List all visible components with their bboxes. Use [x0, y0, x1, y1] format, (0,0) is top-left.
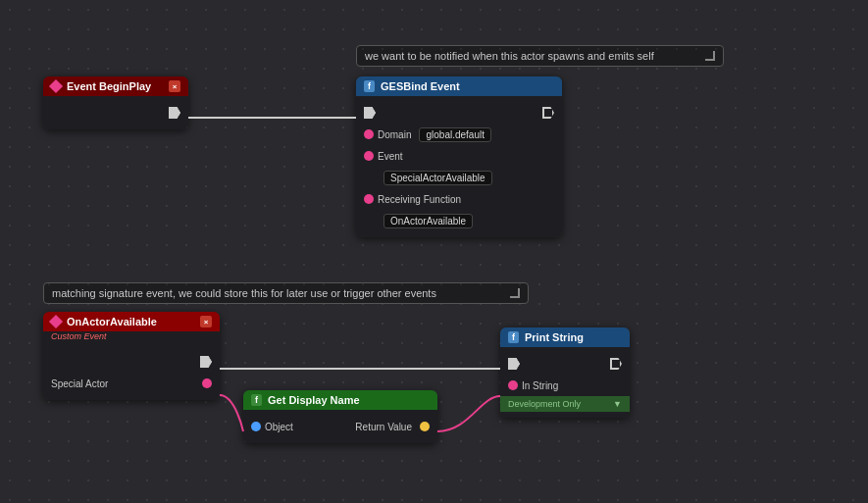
node-ges-bind[interactable]: f GESBind Event Domain global.default Ev… [356, 76, 562, 237]
get-display-object-pin[interactable] [251, 422, 261, 431]
on-actor-exec-out[interactable] [200, 356, 212, 368]
print-string-header: f Print String [500, 327, 630, 347]
on-actor-special-pin[interactable] [202, 378, 212, 388]
print-dev-only: Development Only ▼ [500, 396, 630, 412]
on-actor-body: Special Actor [43, 345, 220, 400]
get-display-output-label: Return Value [355, 422, 412, 432]
ges-bind-event-pin[interactable] [364, 151, 374, 161]
on-actor-event-icon [49, 315, 63, 328]
comment-text-2: matching signature event, we could store… [52, 287, 436, 299]
ges-bind-domain-row: Domain global.default [356, 124, 562, 145]
begin-play-close[interactable]: × [169, 80, 180, 92]
node-on-actor[interactable]: OnActorAvailable × Custom Event Special … [43, 312, 220, 400]
get-display-f-icon: f [251, 394, 262, 406]
print-exec-out[interactable] [610, 358, 622, 370]
get-display-input-label: Object [265, 422, 293, 432]
ges-bind-event-value[interactable]: SpecialActorAvailable [383, 171, 492, 185]
ges-bind-domain-pin[interactable] [364, 129, 374, 139]
ges-bind-domain-label: Domain [378, 129, 411, 140]
ges-bind-event-row: Event [356, 145, 562, 167]
on-actor-header: OnActorAvailable × [43, 312, 220, 331]
resize-handle-1[interactable] [705, 51, 715, 61]
comment-node-1: we want to be notified when this actor s… [356, 45, 724, 67]
dev-only-arrow: ▼ [613, 399, 622, 409]
on-actor-exec-row [43, 351, 220, 373]
ges-bind-exec-in[interactable] [364, 107, 376, 119]
ges-bind-recv-value-row: OnActorAvailable [356, 210, 562, 231]
node-begin-play[interactable]: Event BeginPlay × [43, 76, 188, 129]
print-instring-label: In String [522, 380, 558, 391]
ges-bind-recv-label: Receiving Function [378, 194, 461, 205]
node-get-display[interactable]: f Get Display Name Object Return Value [243, 390, 437, 443]
ges-bind-body: Domain global.default Event SpecialActor… [356, 96, 562, 237]
on-actor-pin-label: Special Actor [51, 378, 108, 389]
comment-text-1: we want to be notified when this actor s… [365, 50, 654, 62]
begin-play-body [43, 96, 188, 129]
ges-bind-exec-row [356, 102, 562, 124]
print-instring-row: In String [500, 375, 630, 396]
get-display-body: Object Return Value [243, 410, 437, 443]
ges-bind-recv-value[interactable]: OnActorAvailable [383, 214, 473, 228]
print-instring-pin[interactable] [508, 380, 518, 390]
print-string-f-icon: f [508, 331, 519, 343]
ges-bind-domain-value[interactable]: global.default [419, 127, 491, 142]
on-actor-title: OnActorAvailable [67, 316, 157, 327]
resize-handle-2[interactable] [510, 288, 520, 298]
ges-bind-f-icon: f [364, 80, 375, 92]
event-icon [49, 79, 63, 93]
ges-bind-event-label: Event [378, 151, 403, 162]
get-display-title: Get Display Name [268, 394, 360, 406]
ges-bind-recv-row: Receiving Function [356, 188, 562, 210]
print-exec-row [500, 353, 630, 375]
on-actor-close[interactable]: × [200, 316, 212, 327]
print-string-body: In String Development Only ▼ [500, 347, 630, 418]
get-display-pins-row: Object Return Value [243, 416, 437, 437]
node-print-string[interactable]: f Print String In String Development Onl… [500, 327, 630, 418]
get-display-return-pin[interactable] [420, 422, 430, 431]
get-display-header: f Get Display Name [243, 390, 437, 410]
print-exec-in[interactable] [508, 358, 520, 370]
ges-bind-event-value-row: SpecialActorAvailable [356, 167, 562, 188]
begin-play-title: Event BeginPlay [67, 80, 151, 92]
ges-bind-exec-out[interactable] [542, 107, 554, 119]
on-actor-pin-row: Special Actor [43, 373, 220, 394]
begin-play-header: Event BeginPlay × [43, 76, 188, 96]
dev-only-label: Development Only [508, 399, 581, 409]
ges-bind-title: GESBind Event [381, 80, 460, 92]
ges-bind-recv-pin[interactable] [364, 194, 374, 204]
on-actor-subtitle: Custom Event [43, 331, 220, 345]
ges-bind-header: f GESBind Event [356, 76, 562, 96]
print-string-title: Print String [525, 331, 584, 343]
begin-play-exec-out[interactable] [169, 107, 180, 119]
begin-play-exec-row [43, 102, 188, 124]
comment-node-2: matching signature event, we could store… [43, 282, 529, 304]
